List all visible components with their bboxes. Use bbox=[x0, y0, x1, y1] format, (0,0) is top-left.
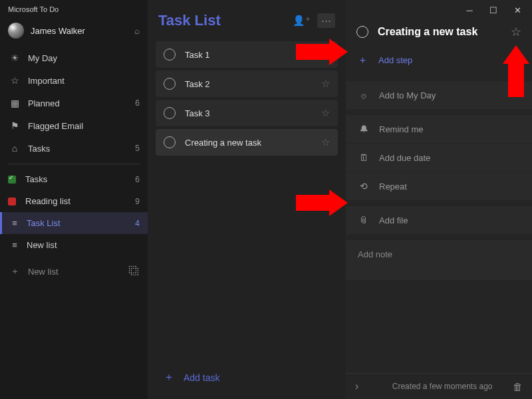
search-icon[interactable]: ⌕ bbox=[134, 25, 140, 36]
due-date-button[interactable]: 🗓︎ Add due date bbox=[346, 144, 532, 172]
list-color-icon bbox=[8, 198, 16, 205]
count: 9 bbox=[135, 197, 140, 206]
task-row[interactable]: Creating a new task ☆ bbox=[156, 129, 338, 156]
sidebar-list-tasks[interactable]: Tasks 6 bbox=[0, 168, 148, 190]
user-row[interactable]: James Walker ⌕ bbox=[0, 19, 148, 47]
sidebar-list-reading[interactable]: Reading list 9 bbox=[0, 190, 148, 212]
task-label: Task 3 bbox=[185, 108, 321, 118]
sidebar-item-flagged[interactable]: ⚑ Flagged Email bbox=[0, 114, 148, 137]
detail-item-label: Add file bbox=[379, 215, 408, 225]
detail-item-label: Remind me bbox=[379, 124, 423, 134]
count: 6 bbox=[135, 175, 140, 184]
count: 5 bbox=[135, 144, 140, 153]
task-label: Task 2 bbox=[185, 79, 321, 89]
share-icon[interactable]: 👤⁺ bbox=[293, 15, 311, 27]
star-icon[interactable]: ☆ bbox=[321, 49, 330, 61]
app-title: Microsoft To Do bbox=[0, 0, 148, 19]
list-title[interactable]: Task List bbox=[158, 12, 286, 29]
sidebar-list-newlist[interactable]: ≡ New list bbox=[0, 234, 148, 256]
sidebar-item-label: Task List bbox=[27, 218, 135, 228]
new-group-icon[interactable]: ⿻ bbox=[129, 265, 140, 277]
main-header: Task List 👤⁺ ⋯ bbox=[156, 0, 338, 41]
detail-title[interactable]: Creating a new task bbox=[378, 26, 511, 38]
list-icon: ≡ bbox=[8, 240, 21, 250]
plus-icon: ＋ bbox=[164, 370, 174, 384]
plus-icon: ＋ bbox=[358, 54, 368, 66]
calendar-icon: 🗓︎ bbox=[358, 152, 370, 163]
sidebar-list-tasklist[interactable]: ≡ Task List 4 bbox=[0, 212, 148, 234]
delete-icon[interactable]: 🗑︎ bbox=[513, 381, 523, 392]
count: 6 bbox=[135, 98, 140, 108]
avatar bbox=[8, 23, 24, 39]
created-label: Created a few moments ago bbox=[372, 382, 513, 391]
add-step-label: Add step bbox=[378, 55, 412, 65]
sidebar-item-tasks[interactable]: ⌂ Tasks 5 bbox=[0, 137, 148, 160]
sidebar-item-label: New list bbox=[27, 240, 140, 250]
new-list-button[interactable]: ＋ New list ⿻ bbox=[0, 259, 148, 284]
repeat-button[interactable]: ⟲ Repeat bbox=[346, 172, 532, 200]
maximize-button[interactable]: ☐ bbox=[481, 3, 505, 18]
calendar-icon: ▦ bbox=[8, 98, 21, 108]
task-row[interactable]: Task 3 ☆ bbox=[156, 100, 338, 126]
star-icon[interactable]: ☆ bbox=[321, 78, 330, 90]
list-icon: ≡ bbox=[8, 218, 21, 228]
bell-icon: 🔔︎ bbox=[358, 124, 370, 134]
add-file-button[interactable]: 📎︎ Add file bbox=[346, 206, 532, 234]
sidebar-item-planned[interactable]: ▦ Planned 6 bbox=[0, 92, 148, 114]
add-task-label: Add task bbox=[184, 372, 219, 383]
sidebar-item-label: Tasks bbox=[28, 144, 135, 154]
star-icon: ☆ bbox=[8, 75, 21, 86]
plus-icon: ＋ bbox=[8, 265, 21, 277]
complete-circle-icon[interactable] bbox=[164, 136, 176, 148]
detail-panel: ─ ☐ ✕ Creating a new task ☆ ＋ Add step ☼… bbox=[346, 0, 532, 399]
count: 4 bbox=[135, 219, 140, 228]
main-panel: Task List 👤⁺ ⋯ Task 1 ☆ Task 2 ☆ Task 3 … bbox=[148, 0, 346, 399]
complete-circle-icon[interactable] bbox=[164, 78, 176, 90]
star-icon[interactable]: ☆ bbox=[321, 107, 330, 119]
detail-header: Creating a new task ☆ bbox=[346, 18, 532, 49]
window-controls: ─ ☐ ✕ bbox=[346, 0, 532, 18]
sidebar-item-label: Planned bbox=[28, 98, 135, 108]
flag-icon: ⚑ bbox=[8, 120, 21, 131]
repeat-icon: ⟲ bbox=[358, 181, 370, 192]
new-list-label: New list bbox=[28, 267, 129, 277]
sidebar-item-label: Reading list bbox=[25, 196, 135, 206]
sidebar-item-label: Important bbox=[28, 76, 140, 86]
task-label: Task 1 bbox=[185, 50, 321, 60]
close-button[interactable]: ✕ bbox=[505, 3, 529, 18]
detail-item-label: Repeat bbox=[379, 182, 407, 192]
add-step-button[interactable]: ＋ Add step bbox=[346, 49, 532, 76]
home-icon: ⌂ bbox=[8, 143, 21, 154]
task-row[interactable]: Task 2 ☆ bbox=[156, 70, 338, 97]
sidebar-item-label: Tasks bbox=[25, 174, 135, 184]
complete-circle-icon[interactable] bbox=[164, 49, 176, 61]
add-to-myday-button[interactable]: ☼ Add to My Day bbox=[346, 81, 532, 109]
hide-detail-icon[interactable]: › bbox=[355, 380, 358, 392]
more-icon[interactable]: ⋯ bbox=[317, 13, 335, 28]
divider bbox=[8, 164, 140, 164]
sun-icon: ☀ bbox=[8, 53, 21, 63]
sidebar-item-myday[interactable]: ☀ My Day bbox=[0, 47, 148, 69]
add-task-button[interactable]: ＋ Add task bbox=[156, 362, 338, 392]
star-icon[interactable]: ☆ bbox=[321, 136, 330, 148]
detail-footer: › Created a few moments ago 🗑︎ bbox=[346, 373, 532, 399]
minimize-button[interactable]: ─ bbox=[458, 3, 481, 18]
list-color-icon bbox=[8, 176, 16, 184]
task-row[interactable]: Task 1 ☆ bbox=[156, 41, 338, 68]
star-icon[interactable]: ☆ bbox=[511, 25, 521, 39]
sidebar-item-label: Flagged Email bbox=[28, 121, 140, 131]
sidebar: Microsoft To Do James Walker ⌕ ☀ My Day … bbox=[0, 0, 148, 399]
paperclip-icon: 📎︎ bbox=[358, 215, 370, 225]
complete-circle-icon[interactable] bbox=[164, 107, 176, 119]
sun-icon: ☼ bbox=[358, 90, 370, 100]
user-name: James Walker bbox=[31, 26, 134, 36]
note-field[interactable]: Add note bbox=[346, 240, 532, 280]
sidebar-item-label: My Day bbox=[28, 53, 140, 63]
complete-circle-icon[interactable] bbox=[356, 26, 368, 38]
task-label: Creating a new task bbox=[185, 138, 321, 148]
detail-item-label: Add due date bbox=[379, 153, 430, 163]
detail-item-label: Add to My Day bbox=[379, 90, 436, 100]
sidebar-item-important[interactable]: ☆ Important bbox=[0, 69, 148, 92]
remind-me-button[interactable]: 🔔︎ Remind me bbox=[346, 115, 532, 143]
